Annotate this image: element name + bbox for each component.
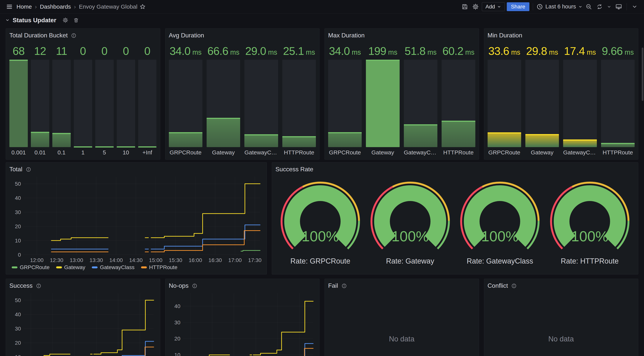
settings-icon bbox=[472, 4, 479, 10]
svg-text:15:30: 15:30 bbox=[169, 257, 182, 263]
svg-text:10: 10 bbox=[15, 238, 21, 244]
panel-title[interactable]: No-ops bbox=[169, 281, 316, 290]
panel-min-duration: Min Duration 33.6msGRPCRoute29.8msGatewa… bbox=[484, 28, 638, 160]
gauge-plot: 100% bbox=[458, 181, 542, 252]
toolbar-collapse-button[interactable] bbox=[630, 2, 639, 11]
bar-gauge-column-HTTPRoute: 25.1msHTTPRoute bbox=[282, 42, 316, 157]
panel-title[interactable]: Success Rate bbox=[276, 165, 634, 174]
svg-text:14:00: 14:00 bbox=[110, 257, 123, 263]
clock-icon bbox=[536, 4, 543, 10]
zoom-out-time-button[interactable] bbox=[584, 2, 593, 11]
bar-label: 0.01 bbox=[31, 147, 49, 157]
row-delete-button[interactable] bbox=[72, 16, 80, 25]
panel-title[interactable]: Total bbox=[10, 165, 263, 174]
bar-label: GatewayClass bbox=[244, 147, 278, 157]
bar-gauge-column-+Inf: 0+Inf bbox=[138, 42, 156, 157]
bar-gauge-column-0.001: 680.001 bbox=[10, 42, 28, 157]
trash-icon bbox=[73, 17, 79, 23]
menu-button[interactable] bbox=[5, 2, 14, 11]
refresh-button[interactable] bbox=[595, 2, 604, 11]
dashboard-settings-button[interactable] bbox=[471, 2, 480, 11]
breadcrumb: Home › Dashboards › Envoy Gateway Global bbox=[16, 4, 138, 10]
bar-track bbox=[282, 60, 316, 147]
min-bar-gauge: 33.6msGRPCRoute29.8msGateway17.4msGatewa… bbox=[488, 40, 635, 157]
bar-label: GatewayClass bbox=[404, 147, 438, 157]
row-collapse-button[interactable] bbox=[4, 17, 11, 24]
bar-gauge-column-5: 05 bbox=[95, 42, 114, 157]
svg-text:10: 10 bbox=[174, 352, 180, 356]
info-icon bbox=[192, 283, 197, 288]
panel-title[interactable]: Total Duration Bucket bbox=[10, 31, 156, 40]
bar-label: GRPCRoute bbox=[488, 147, 521, 157]
gauge-label: Rate: GatewayClass bbox=[467, 257, 533, 265]
panel-conflict: Conflict No data bbox=[484, 279, 638, 356]
breadcrumb-separator: › bbox=[35, 4, 37, 10]
svg-text:13:00: 13:00 bbox=[70, 257, 83, 263]
bar-track bbox=[601, 60, 634, 147]
panel-title-text: Total Duration Bucket bbox=[10, 32, 68, 39]
svg-text:30: 30 bbox=[174, 319, 180, 325]
panel-title-text: Min Duration bbox=[488, 32, 522, 39]
gauge-plot: 100% bbox=[548, 181, 632, 252]
bar-label: HTTPRoute bbox=[442, 147, 475, 157]
bar-gauge-column-HTTPRoute: 9.66msHTTPRoute bbox=[601, 42, 634, 157]
legend-item-GRPCRoute[interactable]: GRPCRoute bbox=[12, 264, 50, 270]
breadcrumb-home[interactable]: Home bbox=[16, 4, 32, 10]
bar-label: GRPCRoute bbox=[328, 147, 362, 157]
svg-text:17:00: 17:00 bbox=[228, 257, 242, 263]
svg-text:16:00: 16:00 bbox=[188, 257, 202, 263]
bar-gauge-column-1: 01 bbox=[74, 42, 92, 157]
gauge-label: Rate: Gateway bbox=[386, 257, 434, 265]
bar-track bbox=[206, 60, 240, 147]
bar-track bbox=[10, 60, 28, 147]
success-timeseries: 12:0013:0014:0015:0016:0017:000102030405… bbox=[10, 290, 156, 356]
svg-text:100%: 100% bbox=[302, 228, 339, 244]
kiosk-mode-button[interactable] bbox=[614, 2, 623, 11]
legend-item-HTTPRoute[interactable]: HTTPRoute bbox=[141, 264, 178, 270]
bar-track bbox=[442, 60, 475, 147]
legend-item-Gateway[interactable]: Gateway bbox=[56, 264, 86, 270]
refresh-interval-dropdown[interactable] bbox=[606, 2, 612, 11]
svg-text:100%: 100% bbox=[571, 228, 608, 244]
panel-title[interactable]: Max Duration bbox=[328, 31, 475, 40]
scrollbar-thumb[interactable] bbox=[642, 48, 644, 101]
breadcrumb-separator: › bbox=[74, 4, 76, 10]
add-button[interactable]: Add bbox=[482, 2, 505, 11]
bar-label: 5 bbox=[95, 147, 114, 157]
favorite-star-button[interactable] bbox=[138, 2, 147, 11]
save-dashboard-button[interactable] bbox=[460, 2, 469, 11]
bar-track bbox=[169, 60, 202, 147]
row-settings-button[interactable] bbox=[61, 16, 70, 25]
share-button[interactable]: Share bbox=[507, 2, 530, 11]
bar-track bbox=[117, 60, 135, 147]
bar-label: HTTPRoute bbox=[282, 147, 316, 157]
panel-title[interactable]: Avg Duration bbox=[169, 31, 316, 40]
svg-text:40: 40 bbox=[15, 311, 21, 317]
panel-title[interactable]: Conflict bbox=[488, 281, 635, 290]
panel-title[interactable]: Min Duration bbox=[488, 31, 635, 40]
no-data-message: No data bbox=[328, 290, 475, 356]
no-data-message: No data bbox=[488, 290, 635, 356]
chevron-down-icon bbox=[607, 5, 612, 9]
bar-track bbox=[525, 60, 559, 147]
time-range-picker[interactable]: Last 6 hours bbox=[536, 2, 582, 11]
panel-avg-duration: Avg Duration 34.0msGRPCRoute66.6msGatewa… bbox=[165, 28, 320, 160]
bar-label: 10 bbox=[117, 147, 135, 157]
panel-fail: Fail No data bbox=[324, 279, 479, 356]
panel-total: Total 12:0012:3013:0013:3014:0014:3015:0… bbox=[6, 162, 267, 274]
panel-title-text: Conflict bbox=[488, 282, 508, 289]
row-title[interactable]: Status Updater bbox=[13, 17, 56, 24]
chart-legend: GRPCRouteGatewayGatewayClassHTTPRoute bbox=[10, 263, 263, 272]
svg-text:0: 0 bbox=[18, 252, 21, 258]
avg-bar-gauge: 34.0msGRPCRoute66.6msGateway29.0msGatewa… bbox=[169, 40, 316, 157]
panel-title[interactable]: Success bbox=[10, 281, 156, 290]
bar-label: +Inf bbox=[138, 147, 156, 157]
legend-item-GatewayClass[interactable]: GatewayClass bbox=[92, 264, 134, 270]
svg-text:40: 40 bbox=[15, 195, 21, 201]
panel-title[interactable]: Fail bbox=[328, 281, 475, 290]
breadcrumb-dashboards[interactable]: Dashboards bbox=[40, 4, 71, 10]
chevron-down-icon bbox=[497, 5, 501, 9]
bar-label: GatewayClass bbox=[563, 147, 597, 157]
bar-gauge-column-GRPCRoute: 34.0msGRPCRoute bbox=[328, 42, 362, 157]
svg-text:100%: 100% bbox=[392, 228, 429, 244]
